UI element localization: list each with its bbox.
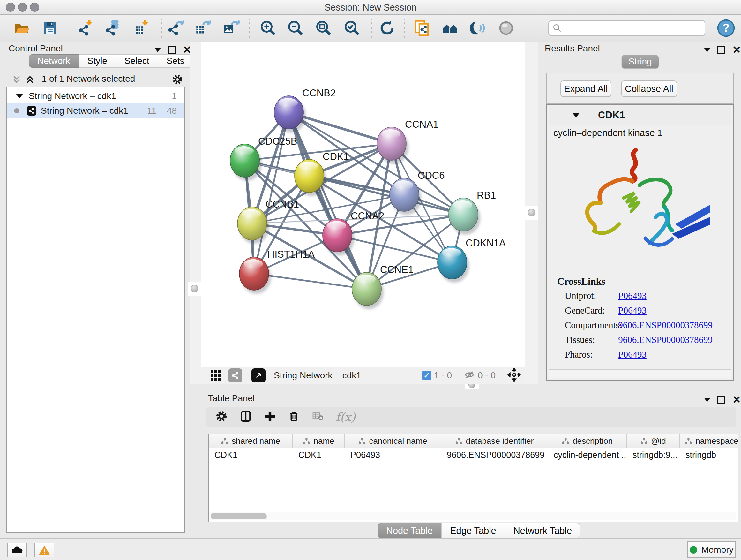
crosslink-row: Compartments: 9606.ENSP00000378699 (565, 320, 724, 334)
network-edge[interactable] (289, 112, 367, 289)
tab-node-table[interactable]: Node Table (378, 523, 441, 538)
crosslink-value-link[interactable]: 9606.ENSP00000378699 (618, 334, 713, 345)
network-node-ccne1[interactable]: CCNE1 (352, 264, 414, 309)
table-horizontal-scrollbar[interactable] (209, 512, 736, 520)
tab-edge-table[interactable]: Edge Table (441, 523, 505, 538)
panel-close-icon[interactable]: ✕ (732, 395, 741, 405)
table-cell: 9606.ENSP00000378699 (441, 450, 548, 460)
gene-expand-caret[interactable] (572, 113, 580, 118)
zoom-fit-icon[interactable] (313, 19, 334, 37)
export-table-icon[interactable] (192, 19, 213, 37)
search-input[interactable] (564, 21, 699, 34)
crosslink-value-link[interactable]: P06493 (618, 349, 647, 360)
memory-button[interactable]: Memory (687, 542, 736, 558)
scrollbar-thumb[interactable] (211, 513, 267, 519)
network-collection-row[interactable]: String Network – cdk1 1 (7, 89, 185, 104)
zoom-selected-icon[interactable] (342, 19, 362, 37)
help-icon[interactable]: ? (717, 19, 735, 37)
table-row[interactable]: CDK1CDK1P064939606.ENSP00000378699cyclin… (209, 448, 738, 462)
column-header-id[interactable]: @id (627, 434, 680, 448)
left-panel-splitter[interactable] (190, 42, 201, 384)
import-network-database-icon[interactable] (103, 19, 124, 37)
export-image-icon[interactable] (221, 19, 241, 37)
grey-ball-icon[interactable] (496, 19, 516, 37)
panel-menu-icon[interactable] (704, 48, 711, 52)
refresh-icon[interactable] (377, 19, 397, 37)
tab-string[interactable]: String (622, 55, 659, 68)
network-node-cdkn1a[interactable]: CDKN1A (437, 238, 506, 283)
add-row-icon[interactable] (264, 410, 276, 424)
tab-network-table[interactable]: Network Table (505, 523, 581, 538)
network-node-ccna1[interactable]: CCNA1 (377, 119, 439, 164)
splitter-handle[interactable] (188, 282, 201, 296)
node-label: CDC25B (258, 136, 297, 147)
crosslink-value-link[interactable]: P06493 (618, 291, 647, 301)
right-panel-splitter[interactable] (525, 42, 538, 384)
current-network-name: String Network – cdk1 (274, 370, 361, 381)
tab-select[interactable]: Select (116, 54, 158, 68)
network-row[interactable]: String Network – cdk1 11 48 (7, 104, 185, 118)
column-header-name[interactable]: name (293, 434, 345, 448)
panel-menu-icon[interactable] (154, 48, 161, 52)
table-toolbar: f(x) (206, 407, 736, 427)
tab-style[interactable]: Style (79, 54, 116, 68)
gear-icon[interactable] (215, 410, 228, 424)
share-network-icon[interactable] (228, 368, 242, 382)
toolbar-separator (404, 18, 405, 38)
column-label: description (572, 436, 613, 446)
network-node-ccnb1[interactable]: CCNB1 (238, 199, 299, 244)
column-header-canonical-name[interactable]: canonical name (345, 434, 441, 448)
hide-graphics-icon[interactable] (468, 19, 488, 37)
node-label: CDC6 (418, 170, 445, 181)
panel-float-icon[interactable] (168, 46, 176, 54)
network-from-clipboard-icon[interactable] (412, 19, 432, 37)
crosslink-value-link[interactable]: 9606.ENSP00000378699 (618, 320, 713, 330)
network-view-toolbar: String Network – cdk1 ✓ 1 - 0 0 - 0 (201, 367, 525, 384)
tab-sets[interactable]: Sets (158, 54, 193, 68)
string-home-icon[interactable] (440, 19, 461, 37)
collection-expand-caret[interactable] (16, 94, 23, 98)
node-label: CCNB1 (266, 199, 299, 210)
import-table-file-icon[interactable] (132, 19, 152, 37)
network-canvas[interactable]: CCNB2 CCNA1 CDC25B CDK1 CDC6 RB1 CCNB1 C… (201, 42, 525, 367)
panel-menu-icon[interactable] (704, 398, 711, 402)
fit-content-icon[interactable] (508, 368, 521, 383)
results-scrollbar[interactable] (549, 369, 731, 378)
hidden-eye-icon[interactable] (464, 369, 475, 381)
gene-header[interactable]: CDK1 (549, 106, 731, 125)
panel-float-icon[interactable] (718, 395, 725, 404)
zoom-in-icon[interactable] (258, 19, 278, 37)
cloud-icon[interactable] (7, 543, 27, 557)
gear-icon[interactable] (172, 74, 183, 86)
column-header-namespace[interactable]: namespace (680, 434, 738, 448)
add-column-icon[interactable] (239, 410, 252, 424)
network-node-hist1h1a[interactable]: HIST1H1A (239, 249, 315, 294)
network-node-rb1[interactable]: RB1 (449, 190, 496, 235)
selected-checkbox-icon[interactable]: ✓ (422, 371, 431, 380)
network-graph[interactable]: CCNB2 CCNA1 CDC25B CDK1 CDC6 RB1 CCNB1 C… (201, 42, 525, 367)
panel-close-icon[interactable]: ✕ (732, 45, 741, 55)
import-network-file-icon[interactable] (76, 19, 97, 37)
crosslink-label: Uniprot: (565, 291, 616, 301)
network-selection-status: 1 of 1 Network selected (0, 74, 177, 84)
expand-all-button[interactable]: Expand All (560, 80, 611, 97)
panel-float-icon[interactable] (718, 46, 725, 54)
save-session-icon[interactable] (40, 19, 60, 37)
export-network-icon[interactable] (165, 19, 186, 37)
splitter-handle[interactable] (525, 206, 538, 220)
grid-view-icon[interactable] (211, 370, 221, 381)
network-edge[interactable] (254, 273, 367, 289)
collapse-all-button[interactable]: Collapse All (621, 80, 677, 97)
birdseye-view-icon[interactable] (252, 368, 266, 382)
network-edge[interactable] (337, 235, 452, 262)
column-header-shared-name[interactable]: shared name (209, 434, 293, 448)
warning-icon[interactable] (35, 543, 54, 557)
column-header-description[interactable]: description (548, 434, 627, 448)
open-session-icon[interactable] (11, 19, 32, 37)
network-node-ccnb2[interactable]: CCNB2 (274, 87, 336, 132)
crosslink-value-link[interactable]: P06493 (618, 305, 647, 315)
delete-icon[interactable] (288, 410, 300, 424)
zoom-out-icon[interactable] (285, 19, 306, 37)
column-header-database-identifier[interactable]: database identifier (441, 434, 548, 448)
tab-network[interactable]: Network (29, 54, 79, 68)
